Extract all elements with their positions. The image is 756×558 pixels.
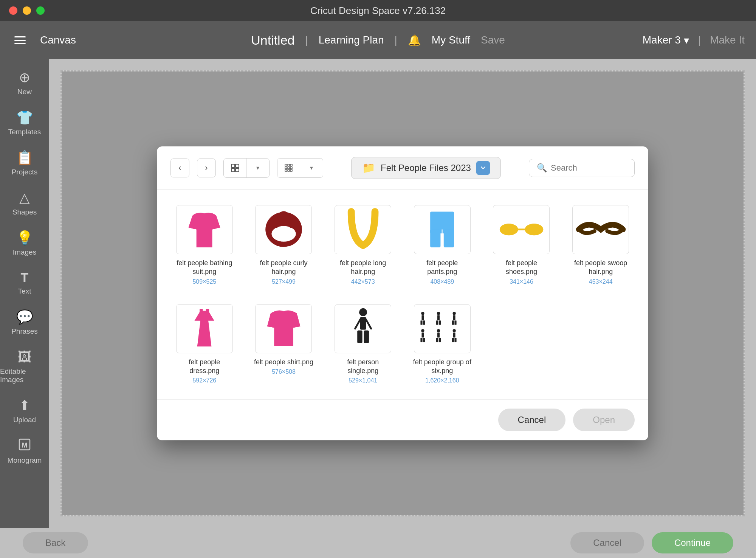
file-thumbnail bbox=[414, 304, 471, 353]
svg-rect-6 bbox=[285, 164, 287, 166]
file-name: felt people long hair.png bbox=[333, 259, 393, 277]
sidebar-item-label-projects: Projects bbox=[12, 168, 38, 176]
templates-icon: 👕 bbox=[16, 110, 33, 126]
sidebar-item-shapes[interactable]: △ Shapes bbox=[0, 183, 49, 223]
file-dims: 592×726 bbox=[192, 377, 216, 384]
svg-point-55 bbox=[453, 329, 456, 332]
hamburger-menu[interactable] bbox=[11, 33, 29, 47]
folder-name: Felt People Files 2023 bbox=[381, 163, 471, 173]
sidebar-item-phrases[interactable]: 💬 Phrases bbox=[0, 302, 49, 342]
file-thumbnail bbox=[176, 304, 233, 353]
save-button[interactable]: Save bbox=[481, 34, 505, 46]
canvas-workspace: ‹ › ▾ bbox=[60, 70, 745, 516]
sidebar-item-editable-images[interactable]: 🖼 Editable Images bbox=[0, 342, 49, 391]
list-item[interactable]: felt people pants.png 408×489 bbox=[408, 201, 476, 289]
list-item[interactable]: felt people swoop hair.png 453×244 bbox=[567, 201, 635, 289]
file-dims: 341×146 bbox=[510, 278, 533, 285]
sidebar-item-label-new: New bbox=[17, 88, 32, 96]
back-button[interactable]: Back bbox=[23, 532, 88, 553]
svg-rect-8 bbox=[290, 164, 292, 166]
header-right: Maker 3 ▾ | Make It bbox=[643, 34, 745, 47]
svg-point-35 bbox=[421, 312, 424, 315]
make-it-button[interactable]: Make It bbox=[710, 34, 745, 46]
nav-forward-button[interactable]: › bbox=[197, 159, 216, 177]
continue-button[interactable]: Continue bbox=[652, 532, 733, 553]
view-toggle-large: ▾ bbox=[223, 158, 270, 178]
folder-selector[interactable]: 📁 Felt People Files 2023 bbox=[351, 157, 501, 179]
learning-plan[interactable]: Learning Plan bbox=[319, 34, 384, 46]
list-item[interactable]: felt people curly hair.png 527×499 bbox=[250, 201, 318, 289]
dialog-content: felt people bathing suit.png 509×525 bbox=[157, 190, 648, 399]
file-dims: 529×1,041 bbox=[349, 377, 377, 384]
sidebar-item-label-templates: Templates bbox=[8, 128, 41, 136]
canvas-label: Canvas bbox=[40, 34, 76, 46]
sidebar-item-label-editable-images: Editable Images bbox=[0, 367, 49, 384]
svg-point-51 bbox=[437, 329, 440, 332]
maker-selector[interactable]: Maker 3 ▾ bbox=[643, 34, 689, 47]
maximize-button[interactable] bbox=[36, 6, 45, 15]
svg-rect-46 bbox=[455, 320, 457, 325]
file-thumbnail bbox=[572, 205, 629, 254]
small-grid-view-dropdown[interactable]: ▾ bbox=[300, 159, 323, 177]
small-grid-view-button[interactable] bbox=[277, 159, 300, 177]
file-name: felt people shoes.png bbox=[491, 259, 552, 277]
grid-view-dropdown[interactable]: ▾ bbox=[246, 159, 269, 177]
svg-rect-13 bbox=[288, 169, 290, 171]
list-item[interactable]: felt people shirt.png 576×508 bbox=[250, 300, 318, 388]
file-thumbnail bbox=[335, 304, 391, 353]
list-item[interactable]: felt people group of six.png 1,620×2,160 bbox=[408, 300, 476, 388]
sidebar-item-projects[interactable]: 📋 Projects bbox=[0, 143, 49, 183]
file-dims: 1,620×2,160 bbox=[425, 377, 459, 384]
svg-rect-12 bbox=[285, 169, 287, 171]
file-dims: 453×244 bbox=[589, 278, 613, 285]
file-thumbnail bbox=[255, 205, 312, 254]
search-input[interactable] bbox=[551, 163, 627, 173]
sidebar-item-templates[interactable]: 👕 Templates bbox=[0, 103, 49, 143]
svg-point-39 bbox=[437, 312, 440, 315]
sidebar-item-text[interactable]: T Text bbox=[0, 263, 49, 302]
dialog-footer: Cancel Open bbox=[157, 399, 648, 440]
bottom-cancel-button[interactable]: Cancel bbox=[570, 532, 644, 553]
bottom-bar: Back Cancel Continue bbox=[0, 528, 756, 558]
dialog-open-button[interactable]: Open bbox=[573, 409, 635, 431]
list-item[interactable]: felt people long hair.png 442×573 bbox=[329, 201, 397, 289]
svg-rect-30 bbox=[360, 317, 366, 330]
dialog-cancel-button[interactable]: Cancel bbox=[498, 409, 566, 431]
file-browser-dialog: ‹ › ▾ bbox=[157, 146, 648, 441]
svg-rect-22 bbox=[444, 230, 454, 247]
svg-point-19 bbox=[277, 211, 290, 223]
file-name: felt people pants.png bbox=[412, 259, 472, 277]
list-item[interactable]: felt people shoes.png 341×146 bbox=[488, 201, 556, 289]
svg-rect-11 bbox=[290, 167, 292, 169]
sidebar-item-new[interactable]: ⊕ New bbox=[0, 63, 49, 103]
sidebar-item-images[interactable]: 💡 Images bbox=[0, 223, 49, 263]
svg-rect-48 bbox=[422, 333, 424, 337]
list-item[interactable]: felt person single.png 529×1,041 bbox=[329, 300, 397, 388]
svg-point-25 bbox=[525, 224, 543, 235]
svg-rect-21 bbox=[430, 230, 440, 247]
bottom-right-buttons: Cancel Continue bbox=[570, 532, 733, 553]
header-divider: | bbox=[305, 34, 308, 46]
file-name: felt people dress.png bbox=[174, 358, 235, 376]
list-item[interactable]: felt people bathing suit.png 509×525 bbox=[170, 201, 239, 289]
svg-point-24 bbox=[500, 224, 518, 235]
folder-path: 📁 Felt People Files 2023 bbox=[331, 157, 521, 179]
canvas-area: ‹ › ▾ bbox=[49, 59, 756, 528]
editable-images-icon: 🖼 bbox=[18, 349, 31, 365]
list-item[interactable]: felt people dress.png 592×726 bbox=[170, 300, 239, 388]
sidebar-item-monogram[interactable]: M Monogram bbox=[0, 431, 49, 471]
notification-bell-icon[interactable]: 🔔 bbox=[408, 34, 421, 47]
sidebar-item-upload[interactable]: ⬆ Upload bbox=[0, 391, 49, 431]
close-button[interactable] bbox=[9, 6, 17, 15]
nav-back-button[interactable]: ‹ bbox=[170, 159, 189, 177]
search-box[interactable]: 🔍 bbox=[529, 159, 635, 177]
my-stuff-button[interactable]: My Stuff bbox=[432, 34, 470, 46]
svg-point-29 bbox=[359, 308, 367, 316]
svg-rect-32 bbox=[364, 330, 369, 343]
doc-title[interactable]: Untitled bbox=[251, 33, 294, 48]
grid-view-button[interactable] bbox=[224, 159, 246, 177]
svg-rect-57 bbox=[452, 338, 454, 342]
file-name: felt people curly hair.png bbox=[254, 259, 314, 277]
minimize-button[interactable] bbox=[23, 6, 31, 15]
file-name: felt people group of six.png bbox=[412, 358, 472, 376]
